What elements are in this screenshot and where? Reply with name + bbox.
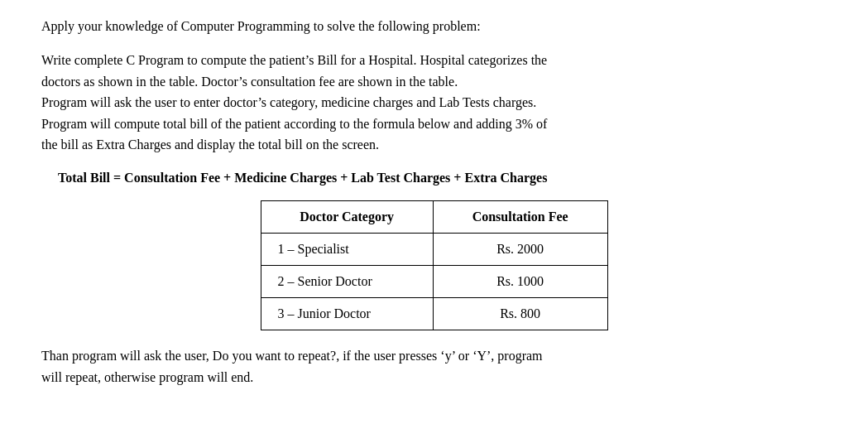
table-row: 1 – SpecialistRs. 2000 [261, 233, 607, 265]
content-wrapper: Apply your knowledge of Computer Program… [41, 17, 827, 388]
desc-line4: Program will compute total bill of the p… [41, 117, 547, 131]
table-header-fee: Consultation Fee [433, 200, 607, 233]
doctor-table: Doctor Category Consultation Fee 1 – Spe… [261, 200, 608, 330]
description-block: Write complete C Program to compute the … [41, 50, 827, 156]
table-row: 2 – Senior DoctorRs. 1000 [261, 265, 607, 297]
table-container: Doctor Category Consultation Fee 1 – Spe… [41, 200, 827, 330]
formula-label: Total Bill = [58, 171, 121, 185]
formula-line: Total Bill = Consultation Fee + Medicine… [58, 171, 827, 185]
table-cell-fee: Rs. 800 [433, 297, 607, 330]
table-cell-fee: Rs. 1000 [433, 265, 607, 297]
table-header-row: Doctor Category Consultation Fee [261, 200, 607, 233]
desc-line2: doctors as shown in the table. Doctor’s … [41, 75, 458, 89]
formula-parts: Consultation Fee + Medicine Charges + La… [124, 171, 547, 185]
table-row: 3 – Junior DoctorRs. 800 [261, 297, 607, 330]
intro-paragraph: Apply your knowledge of Computer Program… [41, 17, 827, 36]
closing-block: Than program will ask the user, Do you w… [41, 345, 827, 388]
closing-line1: Than program will ask the user, Do you w… [41, 349, 543, 363]
closing-line2: will repeat, otherwise program will end. [41, 370, 253, 384]
table-cell-category: 3 – Junior Doctor [261, 297, 433, 330]
desc-line1: Write complete C Program to compute the … [41, 53, 547, 67]
desc-line5: the bill as Extra Charges and display th… [41, 137, 379, 152]
desc-line3: Program will ask the user to enter docto… [41, 95, 536, 109]
table-cell-category: 1 – Specialist [261, 233, 433, 265]
table-cell-fee: Rs. 2000 [433, 233, 607, 265]
table-cell-category: 2 – Senior Doctor [261, 265, 433, 297]
table-header-category: Doctor Category [261, 200, 433, 233]
